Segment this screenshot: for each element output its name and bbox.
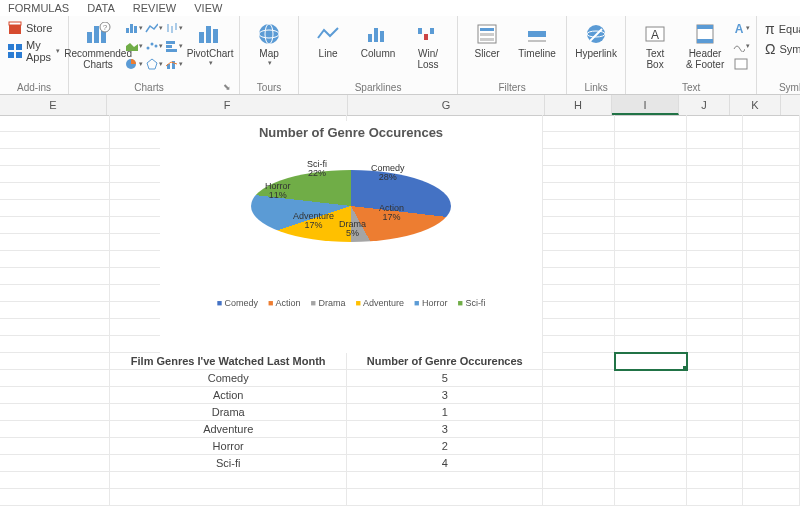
cell[interactable] xyxy=(0,455,110,472)
cell[interactable] xyxy=(687,115,744,132)
header-footer-button[interactable]: Header & Footer xyxy=(682,18,728,70)
pie-chart-icon[interactable] xyxy=(125,56,143,72)
cell[interactable] xyxy=(743,149,800,166)
cell[interactable] xyxy=(687,149,744,166)
timeline-button[interactable]: Timeline xyxy=(514,18,560,59)
symbol-button[interactable]: Ω Symbol xyxy=(763,40,800,58)
cell[interactable] xyxy=(743,455,800,472)
col-header-H[interactable]: H xyxy=(545,95,612,115)
slicer-button[interactable]: Slicer xyxy=(464,18,510,59)
cell[interactable] xyxy=(543,285,615,302)
signature-icon[interactable] xyxy=(732,38,750,54)
cell[interactable] xyxy=(743,217,800,234)
cell[interactable] xyxy=(0,132,110,149)
combo-chart-icon[interactable] xyxy=(165,56,183,72)
cell[interactable] xyxy=(615,438,687,455)
cell[interactable] xyxy=(687,200,744,217)
cell[interactable] xyxy=(615,251,687,268)
cell[interactable] xyxy=(615,132,687,149)
map-button[interactable]: Map xyxy=(246,18,292,67)
textbox-button[interactable]: A Text Box xyxy=(632,18,678,70)
cell[interactable] xyxy=(543,251,615,268)
cell[interactable] xyxy=(743,387,800,404)
cell[interactable] xyxy=(615,370,687,387)
cell[interactable] xyxy=(543,183,615,200)
sparkline-winloss-button[interactable]: Win/ Loss xyxy=(405,18,451,70)
cell[interactable]: Drama xyxy=(110,404,348,421)
scatter-chart-icon[interactable] xyxy=(145,38,163,54)
cell[interactable]: Number of Genre Occurences xyxy=(347,353,543,370)
cell[interactable] xyxy=(743,132,800,149)
cell[interactable] xyxy=(543,472,615,489)
cell[interactable] xyxy=(0,438,110,455)
cell[interactable] xyxy=(0,149,110,166)
col-header-F[interactable]: F xyxy=(107,95,348,115)
sparkline-column-button[interactable]: Column xyxy=(355,18,401,59)
cell[interactable] xyxy=(543,455,615,472)
cell[interactable] xyxy=(615,200,687,217)
cell[interactable] xyxy=(743,353,800,370)
cell[interactable] xyxy=(543,438,615,455)
cell[interactable]: Adventure xyxy=(110,421,348,438)
cell[interactable] xyxy=(687,438,744,455)
wordart-icon[interactable]: A xyxy=(732,20,750,36)
cell[interactable] xyxy=(0,489,110,506)
cell[interactable] xyxy=(743,319,800,336)
recommended-charts-button[interactable]: ? Recommended Charts xyxy=(75,18,121,70)
cell[interactable] xyxy=(0,387,110,404)
cell[interactable] xyxy=(743,404,800,421)
cell[interactable] xyxy=(615,489,687,506)
cell[interactable] xyxy=(0,183,110,200)
cell[interactable] xyxy=(543,115,615,132)
cell[interactable] xyxy=(543,387,615,404)
cell[interactable] xyxy=(615,472,687,489)
cell[interactable] xyxy=(615,455,687,472)
cell[interactable] xyxy=(687,132,744,149)
cell[interactable] xyxy=(0,404,110,421)
cell[interactable] xyxy=(0,472,110,489)
object-icon[interactable] xyxy=(732,56,750,72)
cell[interactable] xyxy=(743,472,800,489)
line-chart-icon[interactable] xyxy=(145,20,163,36)
cell[interactable] xyxy=(743,234,800,251)
cell[interactable] xyxy=(615,166,687,183)
cell[interactable] xyxy=(615,421,687,438)
col-header-J[interactable]: J xyxy=(679,95,730,115)
pie-chart-object[interactable]: Number of Genre Occurences Comedy28% Act… xyxy=(160,121,542,353)
cell[interactable] xyxy=(543,234,615,251)
cell[interactable] xyxy=(687,285,744,302)
cell[interactable] xyxy=(687,234,744,251)
cell[interactable] xyxy=(743,200,800,217)
cell[interactable]: 5 xyxy=(347,370,543,387)
cell[interactable]: 2 xyxy=(347,438,543,455)
cell[interactable] xyxy=(543,149,615,166)
cell[interactable] xyxy=(687,166,744,183)
cell[interactable] xyxy=(0,200,110,217)
cell[interactable] xyxy=(687,421,744,438)
sparkline-line-button[interactable]: Line xyxy=(305,18,351,59)
cell[interactable] xyxy=(347,489,543,506)
area-chart-icon[interactable] xyxy=(125,38,143,54)
store-button[interactable]: Store xyxy=(6,20,62,36)
cell[interactable] xyxy=(110,489,348,506)
cell[interactable]: Film Genres I've Watched Last Month xyxy=(110,353,348,370)
cell[interactable] xyxy=(0,421,110,438)
cell[interactable] xyxy=(615,336,687,353)
cell[interactable] xyxy=(543,268,615,285)
cell[interactable] xyxy=(743,489,800,506)
cell[interactable] xyxy=(0,234,110,251)
cell[interactable] xyxy=(0,217,110,234)
cell[interactable] xyxy=(687,370,744,387)
cell[interactable] xyxy=(0,166,110,183)
active-cell[interactable] xyxy=(615,353,687,370)
cell[interactable] xyxy=(743,115,800,132)
cell[interactable] xyxy=(543,302,615,319)
cell[interactable] xyxy=(543,336,615,353)
cell[interactable] xyxy=(687,387,744,404)
radar-chart-icon[interactable] xyxy=(145,56,163,72)
cell[interactable] xyxy=(0,336,110,353)
cell[interactable] xyxy=(543,489,615,506)
stock-chart-icon[interactable] xyxy=(165,20,183,36)
hyperlink-button[interactable]: Hyperlink xyxy=(573,18,619,59)
cell[interactable] xyxy=(687,302,744,319)
